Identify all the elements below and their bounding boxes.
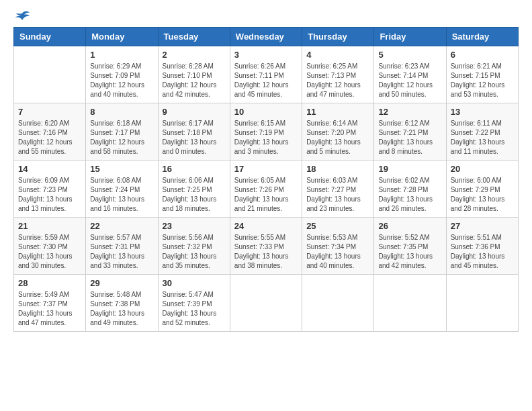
- logo-bird-icon: [15, 11, 30, 23]
- day-info: Sunrise: 6:28 AMSunset: 7:10 PMDaylight:…: [163, 62, 226, 99]
- calendar-cell: 15Sunrise: 6:08 AMSunset: 7:24 PMDayligh…: [86, 161, 158, 218]
- day-info: Sunrise: 6:21 AMSunset: 7:15 PMDaylight:…: [451, 62, 514, 99]
- calendar-cell: 21Sunrise: 5:59 AMSunset: 7:30 PMDayligh…: [14, 218, 86, 275]
- calendar-week-row: 1Sunrise: 6:29 AMSunset: 7:09 PMDaylight…: [14, 46, 519, 103]
- day-number: 2: [163, 50, 226, 60]
- day-number: 19: [378, 164, 441, 174]
- calendar-cell: 5Sunrise: 6:23 AMSunset: 7:14 PMDaylight…: [374, 46, 446, 103]
- day-info: Sunrise: 5:56 AMSunset: 7:32 PMDaylight:…: [163, 233, 226, 271]
- day-info: Sunrise: 6:25 AMSunset: 7:13 PMDaylight:…: [306, 62, 369, 99]
- calendar-cell: [374, 275, 446, 332]
- day-number: 5: [378, 50, 441, 60]
- day-info: Sunrise: 6:23 AMSunset: 7:14 PMDaylight:…: [378, 62, 441, 99]
- day-info: Sunrise: 5:48 AMSunset: 7:38 PMDaylight:…: [90, 290, 153, 328]
- calendar-cell: 4Sunrise: 6:25 AMSunset: 7:13 PMDaylight…: [302, 46, 374, 103]
- day-info: Sunrise: 6:05 AMSunset: 7:26 PMDaylight:…: [234, 176, 298, 214]
- day-info: Sunrise: 5:59 AMSunset: 7:30 PMDaylight:…: [18, 233, 81, 271]
- day-number: 14: [18, 164, 81, 174]
- logo: [13, 13, 30, 20]
- day-info: Sunrise: 6:00 AMSunset: 7:29 PMDaylight:…: [451, 176, 514, 214]
- day-number: 27: [451, 221, 514, 231]
- day-number: 28: [18, 278, 81, 288]
- day-number: 8: [90, 107, 153, 117]
- calendar-cell: 9Sunrise: 6:17 AMSunset: 7:18 PMDaylight…: [158, 103, 230, 161]
- day-info: Sunrise: 6:26 AMSunset: 7:11 PMDaylight:…: [234, 62, 298, 99]
- calendar-cell: 13Sunrise: 6:11 AMSunset: 7:22 PMDayligh…: [446, 103, 518, 161]
- day-info: Sunrise: 6:09 AMSunset: 7:23 PMDaylight:…: [18, 176, 81, 214]
- day-number: 21: [18, 221, 81, 231]
- day-info: Sunrise: 6:02 AMSunset: 7:28 PMDaylight:…: [378, 176, 441, 214]
- calendar-week-row: 28Sunrise: 5:49 AMSunset: 7:37 PMDayligh…: [14, 275, 519, 332]
- calendar-week-row: 7Sunrise: 6:20 AMSunset: 7:16 PMDaylight…: [14, 103, 519, 161]
- day-number: 9: [163, 107, 226, 117]
- calendar-week-row: 21Sunrise: 5:59 AMSunset: 7:30 PMDayligh…: [14, 218, 519, 275]
- day-number: 12: [378, 107, 441, 117]
- calendar-cell: 18Sunrise: 6:03 AMSunset: 7:27 PMDayligh…: [302, 161, 374, 218]
- day-number: 18: [306, 164, 369, 174]
- calendar-cell: 22Sunrise: 5:57 AMSunset: 7:31 PMDayligh…: [86, 218, 158, 275]
- day-info: Sunrise: 6:14 AMSunset: 7:20 PMDaylight:…: [306, 119, 369, 156]
- calendar-cell: 29Sunrise: 5:48 AMSunset: 7:38 PMDayligh…: [86, 275, 158, 332]
- day-info: Sunrise: 6:12 AMSunset: 7:21 PMDaylight:…: [378, 119, 441, 156]
- calendar-header-thursday: Thursday: [302, 28, 374, 46]
- day-number: 22: [90, 221, 153, 231]
- calendar-cell: 16Sunrise: 6:06 AMSunset: 7:25 PMDayligh…: [158, 161, 230, 218]
- day-number: 26: [378, 221, 441, 231]
- day-number: 13: [451, 107, 514, 117]
- day-number: 20: [451, 164, 514, 174]
- day-info: Sunrise: 6:15 AMSunset: 7:19 PMDaylight:…: [234, 119, 298, 156]
- day-number: 24: [234, 221, 298, 231]
- day-info: Sunrise: 5:47 AMSunset: 7:39 PMDaylight:…: [163, 290, 226, 328]
- page-header: [13, 13, 519, 20]
- day-info: Sunrise: 6:06 AMSunset: 7:25 PMDaylight:…: [163, 176, 226, 214]
- calendar-cell: [230, 275, 302, 332]
- day-info: Sunrise: 6:29 AMSunset: 7:09 PMDaylight:…: [90, 62, 153, 99]
- calendar-cell: 20Sunrise: 6:00 AMSunset: 7:29 PMDayligh…: [446, 161, 518, 218]
- calendar-cell: 8Sunrise: 6:18 AMSunset: 7:17 PMDaylight…: [86, 103, 158, 161]
- day-number: 16: [163, 164, 226, 174]
- calendar-header-monday: Monday: [86, 28, 158, 46]
- day-number: 7: [18, 107, 81, 117]
- day-number: 17: [234, 164, 298, 174]
- day-number: 4: [306, 50, 369, 60]
- calendar-cell: 19Sunrise: 6:02 AMSunset: 7:28 PMDayligh…: [374, 161, 446, 218]
- day-number: 11: [306, 107, 369, 117]
- calendar-cell: 7Sunrise: 6:20 AMSunset: 7:16 PMDaylight…: [14, 103, 86, 161]
- day-number: 10: [234, 107, 298, 117]
- day-info: Sunrise: 6:11 AMSunset: 7:22 PMDaylight:…: [451, 119, 514, 156]
- day-number: 25: [306, 221, 369, 231]
- calendar-cell: 26Sunrise: 5:52 AMSunset: 7:35 PMDayligh…: [374, 218, 446, 275]
- calendar-header-tuesday: Tuesday: [158, 28, 230, 46]
- day-number: 1: [90, 50, 153, 60]
- calendar-cell: 25Sunrise: 5:53 AMSunset: 7:34 PMDayligh…: [302, 218, 374, 275]
- day-info: Sunrise: 6:18 AMSunset: 7:17 PMDaylight:…: [90, 119, 153, 156]
- day-info: Sunrise: 5:52 AMSunset: 7:35 PMDaylight:…: [378, 233, 441, 271]
- calendar-header-saturday: Saturday: [446, 28, 518, 46]
- day-number: 23: [163, 221, 226, 231]
- day-number: 30: [163, 278, 226, 288]
- calendar-cell: [14, 46, 86, 103]
- day-info: Sunrise: 5:57 AMSunset: 7:31 PMDaylight:…: [90, 233, 153, 271]
- calendar-table: SundayMondayTuesdayWednesdayThursdayFrid…: [13, 27, 519, 332]
- calendar-cell: [302, 275, 374, 332]
- calendar-cell: 1Sunrise: 6:29 AMSunset: 7:09 PMDaylight…: [86, 46, 158, 103]
- calendar-cell: 3Sunrise: 6:26 AMSunset: 7:11 PMDaylight…: [230, 46, 302, 103]
- calendar-cell: 11Sunrise: 6:14 AMSunset: 7:20 PMDayligh…: [302, 103, 374, 161]
- calendar-cell: 10Sunrise: 6:15 AMSunset: 7:19 PMDayligh…: [230, 103, 302, 161]
- calendar-cell: 24Sunrise: 5:55 AMSunset: 7:33 PMDayligh…: [230, 218, 302, 275]
- calendar-header-wednesday: Wednesday: [230, 28, 302, 46]
- day-number: 3: [234, 50, 298, 60]
- day-number: 6: [451, 50, 514, 60]
- day-info: Sunrise: 5:49 AMSunset: 7:37 PMDaylight:…: [18, 290, 81, 328]
- day-number: 15: [90, 164, 153, 174]
- day-info: Sunrise: 6:17 AMSunset: 7:18 PMDaylight:…: [163, 119, 226, 156]
- day-info: Sunrise: 5:53 AMSunset: 7:34 PMDaylight:…: [306, 233, 369, 271]
- day-info: Sunrise: 5:55 AMSunset: 7:33 PMDaylight:…: [234, 233, 298, 271]
- calendar-cell: [446, 275, 518, 332]
- calendar-cell: 28Sunrise: 5:49 AMSunset: 7:37 PMDayligh…: [14, 275, 86, 332]
- day-info: Sunrise: 5:51 AMSunset: 7:36 PMDaylight:…: [451, 233, 514, 271]
- day-info: Sunrise: 6:20 AMSunset: 7:16 PMDaylight:…: [18, 119, 81, 156]
- calendar-header-row: SundayMondayTuesdayWednesdayThursdayFrid…: [14, 28, 519, 46]
- calendar-cell: 6Sunrise: 6:21 AMSunset: 7:15 PMDaylight…: [446, 46, 518, 103]
- calendar-header-friday: Friday: [374, 28, 446, 46]
